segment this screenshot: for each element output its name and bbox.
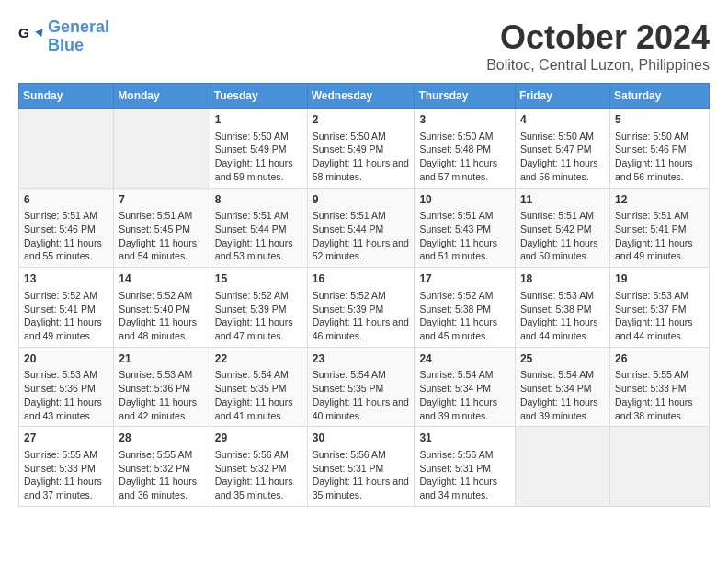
day-number: 9 [313,192,410,208]
day-of-week-header: Saturday [609,84,709,109]
daylight-text: Daylight: 11 hours and 44 minutes. [520,316,598,341]
calendar-cell: 9Sunrise: 5:51 AMSunset: 5:44 PMDaylight… [307,188,415,268]
calendar-cell: 7Sunrise: 5:51 AMSunset: 5:45 PMDaylight… [114,188,210,268]
sunrise-text: Sunrise: 5:54 AM [313,369,386,380]
sunset-text: Sunset: 5:32 PM [215,463,287,474]
calendar-week-row: 13Sunrise: 5:52 AMSunset: 5:41 PMDayligh… [19,268,710,348]
sunset-text: Sunset: 5:36 PM [119,383,190,394]
day-number: 2 [313,112,410,128]
calendar-cell: 12Sunrise: 5:51 AMSunset: 5:41 PMDayligh… [609,188,709,268]
calendar-cell: 27Sunrise: 5:55 AMSunset: 5:33 PMDayligh… [19,427,114,507]
sunset-text: Sunset: 5:41 PM [615,224,687,235]
daylight-text: Daylight: 11 hours and 48 minutes. [119,316,197,341]
calendar-cell [515,427,609,507]
calendar-cell: 23Sunrise: 5:54 AMSunset: 5:35 PMDayligh… [307,347,415,427]
day-of-week-header: Thursday [415,84,516,109]
sunset-text: Sunset: 5:46 PM [24,224,96,235]
day-number: 22 [215,351,302,367]
daylight-text: Daylight: 11 hours and 49 minutes. [24,316,102,341]
sunrise-text: Sunrise: 5:50 AM [313,131,386,142]
sunset-text: Sunset: 5:44 PM [215,224,287,235]
daylight-text: Daylight: 11 hours and 58 minutes. [313,157,409,182]
calendar-cell [114,109,210,189]
calendar-cell: 30Sunrise: 5:56 AMSunset: 5:31 PMDayligh… [307,427,415,507]
sunrise-text: Sunrise: 5:55 AM [615,369,688,380]
day-number: 31 [419,431,510,446]
calendar-cell: 14Sunrise: 5:52 AMSunset: 5:40 PMDayligh… [114,268,210,348]
day-number: 27 [24,431,108,446]
daylight-text: Daylight: 11 hours and 34 minutes. [419,476,497,500]
daylight-text: Daylight: 11 hours and 57 minutes. [419,157,497,182]
day-of-week-header: Wednesday [307,84,415,109]
daylight-text: Daylight: 11 hours and 52 minutes. [313,237,409,262]
sunrise-text: Sunrise: 5:53 AM [24,369,97,380]
sunset-text: Sunset: 5:39 PM [215,304,287,315]
calendar-cell: 25Sunrise: 5:54 AMSunset: 5:34 PMDayligh… [515,347,609,427]
sunset-text: Sunset: 5:38 PM [419,304,491,315]
sunrise-text: Sunrise: 5:54 AM [215,369,289,380]
daylight-text: Daylight: 11 hours and 40 minutes. [313,396,409,421]
daylight-text: Daylight: 11 hours and 47 minutes. [215,316,293,341]
sunrise-text: Sunrise: 5:50 AM [520,131,594,142]
day-number: 28 [119,431,204,446]
sunset-text: Sunset: 5:36 PM [24,383,96,394]
day-number: 29 [215,431,302,446]
daylight-text: Daylight: 11 hours and 43 minutes. [24,396,102,421]
calendar-week-row: 27Sunrise: 5:55 AMSunset: 5:33 PMDayligh… [19,427,710,507]
sunrise-text: Sunrise: 5:55 AM [24,449,97,460]
sunrise-text: Sunrise: 5:56 AM [215,449,289,460]
calendar-table: SundayMondayTuesdayWednesdayThursdayFrid… [18,83,710,507]
daylight-text: Daylight: 11 hours and 55 minutes. [24,237,102,262]
day-number: 16 [313,271,410,287]
sunrise-text: Sunrise: 5:53 AM [615,290,688,301]
calendar-cell: 10Sunrise: 5:51 AMSunset: 5:43 PMDayligh… [415,188,516,268]
sunrise-text: Sunrise: 5:52 AM [119,290,192,301]
daylight-text: Daylight: 11 hours and 39 minutes. [520,396,598,421]
sunset-text: Sunset: 5:33 PM [615,383,687,394]
daylight-text: Daylight: 11 hours and 56 minutes. [615,157,693,182]
day-number: 17 [419,271,510,287]
sunrise-text: Sunrise: 5:52 AM [24,290,97,301]
sunset-text: Sunset: 5:35 PM [215,383,287,394]
calendar-body: 1Sunrise: 5:50 AMSunset: 5:49 PMDaylight… [19,109,710,507]
day-number: 23 [313,351,410,367]
calendar-cell: 8Sunrise: 5:51 AMSunset: 5:44 PMDaylight… [210,188,307,268]
sunset-text: Sunset: 5:34 PM [419,383,491,394]
daylight-text: Daylight: 11 hours and 37 minutes. [24,476,102,500]
day-number: 12 [615,192,704,208]
calendar-cell: 3Sunrise: 5:50 AMSunset: 5:48 PMDaylight… [415,109,516,189]
daylight-text: Daylight: 11 hours and 44 minutes. [615,316,693,341]
calendar-cell [609,427,709,507]
logo-text: General Blue [48,18,109,55]
day-number: 19 [615,271,704,287]
calendar-header-row: SundayMondayTuesdayWednesdayThursdayFrid… [19,84,710,109]
day-number: 13 [24,271,108,287]
daylight-text: Daylight: 11 hours and 54 minutes. [119,237,197,262]
sunrise-text: Sunrise: 5:52 AM [215,290,289,301]
calendar-cell: 4Sunrise: 5:50 AMSunset: 5:47 PMDaylight… [515,109,609,189]
daylight-text: Daylight: 11 hours and 36 minutes. [119,476,197,500]
day-number: 15 [215,271,302,287]
daylight-text: Daylight: 11 hours and 50 minutes. [520,237,598,262]
day-number: 1 [215,112,302,128]
day-number: 3 [419,112,510,128]
sunset-text: Sunset: 5:37 PM [615,304,687,315]
day-of-week-header: Tuesday [210,84,307,109]
sunset-text: Sunset: 5:45 PM [119,224,190,235]
sunset-text: Sunset: 5:40 PM [119,304,190,315]
sunset-text: Sunset: 5:38 PM [520,304,592,315]
sunrise-text: Sunrise: 5:51 AM [419,210,493,221]
calendar-week-row: 6Sunrise: 5:51 AMSunset: 5:46 PMDaylight… [19,188,710,268]
day-number: 4 [520,112,605,128]
daylight-text: Daylight: 11 hours and 35 minutes. [313,476,409,500]
sunset-text: Sunset: 5:49 PM [215,144,287,155]
day-number: 21 [119,351,204,367]
day-number: 30 [313,431,410,446]
calendar-cell: 2Sunrise: 5:50 AMSunset: 5:49 PMDaylight… [307,109,415,189]
day-number: 26 [615,351,704,367]
daylight-text: Daylight: 11 hours and 51 minutes. [419,237,497,262]
daylight-text: Daylight: 11 hours and 45 minutes. [419,316,497,341]
sunrise-text: Sunrise: 5:50 AM [215,131,289,142]
svg-text:G: G [18,25,29,40]
daylight-text: Daylight: 11 hours and 39 minutes. [419,396,497,421]
